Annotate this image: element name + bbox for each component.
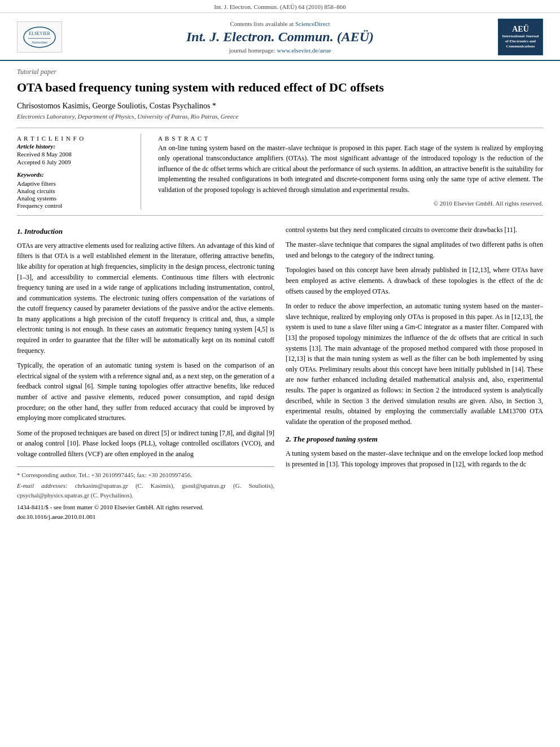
sciencedirect-label: Contents lists available at ScienceDirec… — [68, 20, 492, 27]
journal-title: Int. J. Electron. Commun. (AEÜ) — [68, 29, 492, 45]
history-label: Article history: — [17, 143, 133, 150]
section2-title: 2. The proposed tuning system — [286, 434, 543, 445]
article-history: Article history: Received 8 May 2008 Acc… — [17, 143, 133, 165]
keyword-1: Adaptive filters — [17, 180, 133, 187]
article-authors: Chrisostomos Kasimis, George Souliotis, … — [17, 102, 543, 111]
body-left-column: 1. Introduction OTAs are very attractive… — [17, 225, 274, 522]
section1-right-para4: In order to reduce the above imperfectio… — [286, 301, 543, 427]
keywords-heading: Keywords: — [17, 171, 133, 178]
footnote-issn: 1434-8411/$ - see front matter © 2010 El… — [17, 503, 274, 512]
elsevier-logo-area: ELSEVIER Amsterdam — [17, 21, 68, 53]
svg-text:ELSEVIER: ELSEVIER — [29, 31, 50, 36]
footnote-issn-doi: 1434-8411/$ - see front matter © 2010 El… — [17, 503, 274, 522]
footnote-corresponding: * Corresponding author. Tel.: +30 261099… — [17, 470, 274, 480]
section1-title: 1. Introduction — [17, 226, 274, 237]
article-title: OTA based frequency tuning system with r… — [17, 80, 543, 96]
journal-homepage-link[interactable]: www.elsevier.de/aeue — [277, 47, 331, 54]
article-info-heading: A R T I C L E I N F O — [17, 135, 84, 142]
received-date: Received 8 May 2008 — [17, 151, 133, 158]
abstract-copyright: © 2010 Elsevier GmbH. All rights reserve… — [158, 200, 543, 207]
abstract-column: A B S T R A C T An on-line tuning system… — [152, 134, 543, 209]
svg-text:Amsterdam: Amsterdam — [32, 41, 47, 44]
abstract-text: An on-line tuning system based on the ma… — [158, 143, 543, 195]
section1-right-para1: control systems but they need complicate… — [286, 225, 543, 235]
section2-para1: A tuning system based on the master–slav… — [286, 448, 543, 469]
section1-right-para2: The master–slave technique that compares… — [286, 239, 543, 260]
aeu-logo-area: AEÜ International Journalof Electronics … — [492, 19, 543, 55]
section1-para1: OTAs are very attractive elements used f… — [17, 241, 274, 356]
section1-para2: Typically, the operation of an automatic… — [17, 360, 274, 423]
keyword-4: Frequency control — [17, 202, 133, 209]
abstract-heading: A B S T R A C T — [158, 135, 208, 142]
article-info-column: A R T I C L E I N F O Article history: R… — [17, 134, 141, 209]
journal-center-info: Contents lists available at ScienceDirec… — [68, 20, 492, 54]
footnote-doi: doi:10.1016/j.aeue.2010.01.001 — [17, 512, 274, 522]
svg-point-0 — [24, 27, 55, 47]
footnote-section: * Corresponding author. Tel.: +30 261099… — [17, 466, 274, 500]
citation-bar: Int. J. Electron. Commun. (AEÜ) 64 (2010… — [0, 0, 560, 13]
article-meta: A R T I C L E I N F O Article history: R… — [17, 128, 543, 216]
journal-header: ELSEVIER Amsterdam Contents lists availa… — [0, 13, 560, 61]
elsevier-logo: ELSEVIER Amsterdam — [17, 21, 62, 53]
page: Int. J. Electron. Commun. (AEÜ) 64 (2010… — [0, 0, 560, 747]
citation-text: Int. J. Electron. Commun. (AEÜ) 64 (2010… — [214, 3, 346, 10]
article-content: Tutorial paper OTA based frequency tunin… — [0, 61, 560, 533]
footnote-emails: E-mail addresses: chrkasim@upatras.gr (C… — [17, 481, 274, 500]
sciencedirect-link[interactable]: ScienceDirect — [295, 20, 330, 27]
keyword-3: Analog systems — [17, 195, 133, 202]
article-type: Tutorial paper — [17, 68, 543, 76]
keyword-2: Analog circuits — [17, 187, 133, 194]
article-affiliation: Electronics Laboratory, Department of Ph… — [17, 113, 543, 120]
section1-para3: Some of the proposed techniques are base… — [17, 428, 274, 460]
accepted-date: Accepted 6 July 2009 — [17, 159, 133, 165]
body-right-column: control systems but they need complicate… — [286, 225, 543, 522]
journal-homepage: journal homepage: www.elsevier.de/aeue — [68, 47, 492, 54]
aeu-logo: AEÜ International Journalof Electronics … — [498, 19, 543, 55]
section1-right-para3: Topologies based on this concept have be… — [286, 265, 543, 296]
body-columns: 1. Introduction OTAs are very attractive… — [17, 225, 543, 522]
